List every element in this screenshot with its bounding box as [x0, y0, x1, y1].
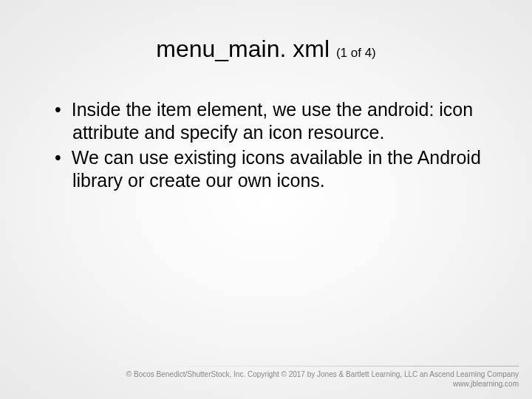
- slide-content: Inside the item element, we use the andr…: [0, 63, 532, 192]
- list-item: We can use existing icons available in t…: [43, 146, 489, 193]
- footer: © Bocos Benedict/ShutterStock, Inc. Copy…: [126, 369, 519, 389]
- footer-url: www.jblearning.com: [126, 379, 519, 389]
- title-main: menu_main. xml: [156, 35, 330, 62]
- list-item: Inside the item element, we use the andr…: [43, 98, 489, 145]
- footer-copyright: © Bocos Benedict/ShutterStock, Inc. Copy…: [126, 369, 519, 379]
- slide-title: menu_main. xml (1 of 4): [0, 0, 532, 63]
- title-subtitle: (1 of 4): [336, 46, 376, 60]
- footer-divider: [157, 366, 519, 366]
- bullet-list: Inside the item element, we use the andr…: [43, 98, 489, 192]
